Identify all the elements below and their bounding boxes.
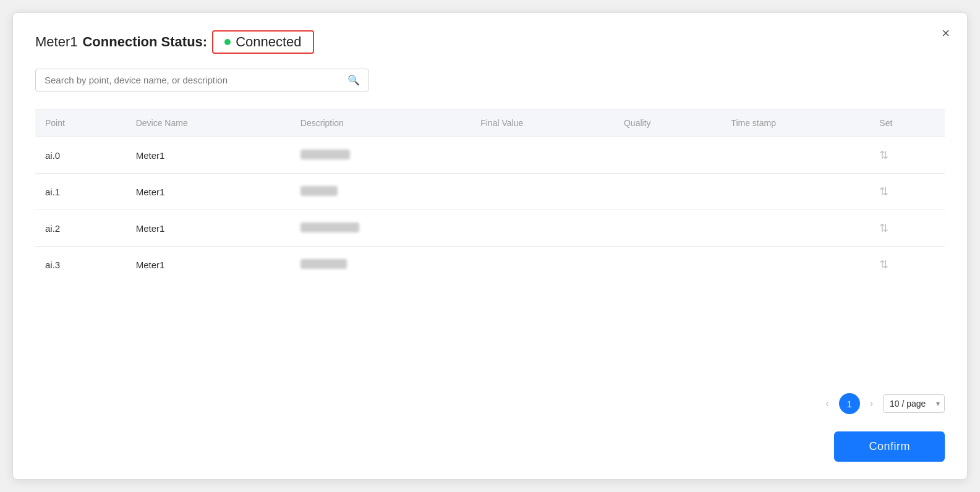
col-point: Point (35, 109, 126, 137)
cell-set[interactable]: ⇅ (869, 137, 945, 174)
cell-description (291, 247, 471, 283)
cell-description (291, 174, 471, 210)
cell-point: ai.1 (35, 174, 126, 210)
footer-row: Confirm (35, 431, 945, 462)
cell-final-value (471, 174, 614, 210)
cell-device-name: Meter1 (126, 137, 291, 174)
cell-device-name: Meter1 (126, 210, 291, 247)
cell-time-stamp (721, 247, 869, 283)
cell-quality (614, 210, 721, 247)
cell-set[interactable]: ⇅ (869, 247, 945, 283)
prev-page-button[interactable]: ‹ (820, 396, 833, 412)
table-row: ai.1 Meter1 ⇅ (35, 174, 945, 210)
col-final-value: Final Value (471, 109, 614, 137)
page-size-select[interactable]: 10 / page20 / page50 / page (883, 394, 945, 413)
cell-point: ai.3 (35, 247, 126, 283)
meter-name-label: Meter1 (35, 34, 77, 50)
search-icon: 🔍 (347, 74, 360, 86)
cell-quality (614, 174, 721, 210)
cell-quality (614, 137, 721, 174)
table-row: ai.2 Meter1 ⇅ (35, 210, 945, 247)
cell-description (291, 210, 471, 247)
cell-final-value (471, 247, 614, 283)
search-bar[interactable]: 🔍 (35, 69, 369, 91)
search-input[interactable] (45, 75, 344, 85)
description-blurred (300, 259, 347, 269)
cell-time-stamp (721, 137, 869, 174)
set-controls-icon[interactable]: ⇅ (879, 258, 888, 271)
cell-final-value (471, 210, 614, 247)
cell-quality (614, 247, 721, 283)
status-text: Connected (236, 34, 301, 50)
cell-device-name: Meter1 (126, 247, 291, 283)
connection-status-label: Connection Status: (82, 34, 207, 50)
description-blurred (300, 150, 350, 159)
col-time-stamp: Time stamp (721, 109, 869, 137)
cell-point: ai.0 (35, 137, 126, 174)
col-quality: Quality (614, 109, 721, 137)
table-row: ai.3 Meter1 ⇅ (35, 247, 945, 283)
col-description: Description (291, 109, 471, 137)
table-row: ai.0 Meter1 ⇅ (35, 137, 945, 174)
set-controls-icon[interactable]: ⇅ (879, 185, 888, 198)
cell-set[interactable]: ⇅ (869, 174, 945, 210)
connection-status-box: Connected (212, 30, 313, 54)
status-dot-icon (224, 39, 231, 45)
cell-final-value (471, 137, 614, 174)
cell-point: ai.2 (35, 210, 126, 247)
set-controls-icon[interactable]: ⇅ (879, 222, 888, 234)
data-table: Point Device Name Description Final Valu… (35, 109, 945, 282)
table-wrap: Point Device Name Description Final Valu… (35, 109, 945, 378)
cell-set[interactable]: ⇅ (869, 210, 945, 247)
cell-description (291, 137, 471, 174)
set-controls-icon[interactable]: ⇅ (879, 149, 888, 161)
dialog: × Meter1 Connection Status: Connected 🔍 … (12, 12, 968, 480)
page-size-wrap[interactable]: 10 / page20 / page50 / page ▾ (883, 394, 945, 413)
current-page-indicator[interactable]: 1 (839, 393, 860, 414)
description-blurred (300, 223, 359, 232)
dialog-header: Meter1 Connection Status: Connected (35, 30, 945, 54)
pagination-row: ‹ 1 › 10 / page20 / page50 / page ▾ (35, 393, 945, 414)
description-blurred (300, 186, 338, 196)
cell-device-name: Meter1 (126, 174, 291, 210)
cell-time-stamp (721, 210, 869, 247)
close-button[interactable]: × (939, 24, 952, 43)
confirm-button[interactable]: Confirm (834, 431, 945, 462)
col-set: Set (869, 109, 945, 137)
table-header-row: Point Device Name Description Final Valu… (35, 109, 945, 137)
col-device-name: Device Name (126, 109, 291, 137)
cell-time-stamp (721, 174, 869, 210)
next-page-button[interactable]: › (865, 396, 878, 412)
